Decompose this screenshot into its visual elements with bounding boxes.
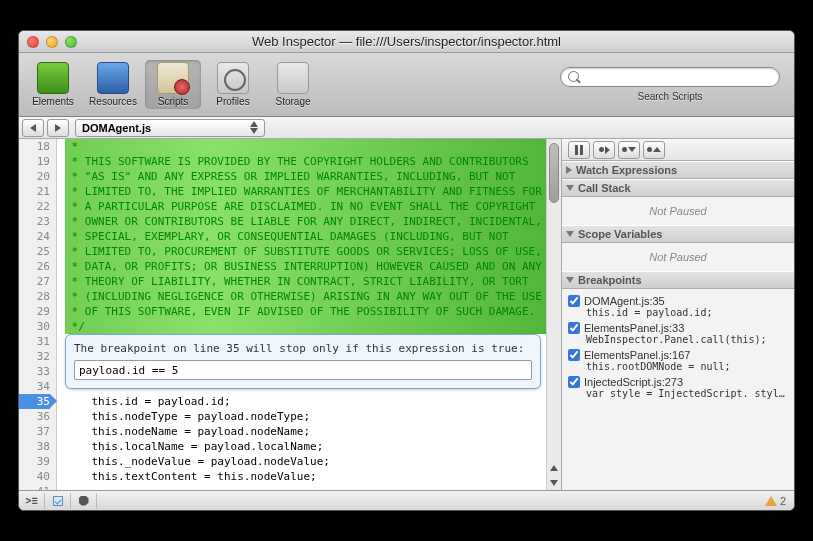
line-number[interactable]: 30 — [19, 319, 50, 334]
updown-icon — [250, 121, 258, 134]
line-number[interactable]: 28 — [19, 289, 50, 304]
vertical-scrollbar[interactable] — [546, 139, 561, 490]
line-number[interactable]: 39 — [19, 454, 50, 469]
section-breakpoints[interactable]: Breakpoints — [562, 271, 794, 289]
nav-back-button[interactable] — [22, 119, 44, 137]
code-line: * (INCLUDING NEGLIGENCE OR OTHERWISE) AR… — [65, 289, 561, 304]
breakpoint-item[interactable]: DOMAgent.js:35this.id = payload.id; — [562, 293, 794, 320]
breakpoint-location: ElementsPanel.js:33 — [584, 322, 684, 334]
breakpoint-checkbox[interactable] — [568, 322, 580, 334]
toolbar-items: Elements Resources Scripts Profiles Stor… — [25, 60, 321, 109]
breakpoint-checkbox[interactable] — [568, 295, 580, 307]
line-number[interactable]: 38 — [19, 439, 50, 454]
code-line: this._nodeValue = payload.nodeValue; — [65, 454, 561, 469]
breakpoint-checkbox[interactable] — [568, 376, 580, 388]
nav-forward-button[interactable] — [47, 119, 69, 137]
debugger-sidebar: Watch Expressions Call Stack Not Paused … — [562, 139, 794, 490]
main-area: 1819202122232425262728293031323334353637… — [19, 139, 794, 490]
code-line: * — [65, 139, 561, 154]
section-watch-expressions[interactable]: Watch Expressions — [562, 161, 794, 179]
zoom-button[interactable] — [65, 36, 77, 48]
condition-label: The breakpoint on line 35 will stop only… — [74, 341, 532, 356]
code-line — [65, 484, 561, 490]
line-number[interactable]: 18 — [19, 139, 50, 154]
tool-profiles[interactable]: Profiles — [205, 60, 261, 109]
tool-storage[interactable]: Storage — [265, 60, 321, 109]
step-into-button[interactable] — [618, 141, 640, 159]
pause-icon — [575, 145, 583, 155]
code-editor[interactable]: 1819202122232425262728293031323334353637… — [19, 139, 561, 490]
line-number[interactable]: 24 — [19, 229, 50, 244]
elements-icon — [37, 62, 69, 94]
disclosure-triangle-icon — [566, 185, 574, 191]
breakpoint-item[interactable]: ElementsPanel.js:33WebInspector.Panel.ca… — [562, 320, 794, 347]
section-scope-variables[interactable]: Scope Variables — [562, 225, 794, 243]
line-number[interactable]: 20 — [19, 169, 50, 184]
code-line: this.textContent = this.nodeValue; — [65, 469, 561, 484]
warning-icon — [765, 496, 777, 506]
breakpoint-item[interactable]: InjectedScript.js:273var style = Injecte… — [562, 374, 794, 401]
line-number[interactable]: 33 — [19, 364, 50, 379]
warning-indicator[interactable]: 2 — [765, 495, 786, 507]
code-line: * THIS SOFTWARE IS PROVIDED BY THE COPYR… — [65, 154, 561, 169]
scope-variables-status: Not Paused — [562, 247, 794, 267]
step-over-icon — [599, 146, 610, 154]
code-line: this.localName = payload.localName; — [65, 439, 561, 454]
breakpoint-checkbox[interactable] — [568, 349, 580, 361]
code-line: */ — [65, 319, 561, 334]
line-number[interactable]: 34 — [19, 379, 50, 394]
breakpoint-item[interactable]: ElementsPanel.js:167this.rootDOMNode = n… — [562, 347, 794, 374]
code-line: * OF THIS SOFTWARE, EVEN IF ADVISED OF T… — [65, 304, 561, 319]
breakpoints-toggle-button[interactable] — [45, 493, 71, 509]
line-number[interactable]: 21 — [19, 184, 50, 199]
window-title: Web Inspector — file:///Users/inspector/… — [19, 34, 794, 49]
line-number[interactable]: 23 — [19, 214, 50, 229]
code-line: * OWNER OR CONTRIBUTORS BE LIABLE FOR AN… — [65, 214, 561, 229]
step-out-button[interactable] — [643, 141, 665, 159]
condition-input[interactable] — [74, 360, 532, 380]
line-number[interactable]: 22 — [19, 199, 50, 214]
line-number[interactable]: 29 — [19, 304, 50, 319]
line-number[interactable]: 40 — [19, 469, 50, 484]
line-number[interactable]: 27 — [19, 274, 50, 289]
step-into-icon — [622, 147, 636, 152]
line-number[interactable]: 19 — [19, 154, 50, 169]
pause-on-exceptions-button[interactable] — [71, 493, 97, 509]
tool-scripts[interactable]: Scripts — [145, 60, 201, 109]
scrollbar-thumb[interactable] — [549, 143, 559, 203]
line-number[interactable]: 26 — [19, 259, 50, 274]
search-input[interactable] — [560, 67, 780, 87]
warning-count: 2 — [780, 495, 786, 507]
line-number[interactable]: 25 — [19, 244, 50, 259]
toolbar: Elements Resources Scripts Profiles Stor… — [19, 53, 794, 117]
line-number[interactable]: 37 — [19, 424, 50, 439]
line-number[interactable]: 36 — [19, 409, 50, 424]
code-line: this.id = payload.id; — [65, 394, 561, 409]
line-gutter[interactable]: 1819202122232425262728293031323334353637… — [19, 139, 57, 490]
line-number[interactable]: 41 — [19, 484, 50, 490]
step-over-button[interactable] — [593, 141, 615, 159]
status-bar: >≡ 2 — [19, 490, 794, 510]
scripts-subbar: DOMAgent.js — [19, 117, 794, 139]
step-out-icon — [647, 147, 661, 152]
section-call-stack[interactable]: Call Stack — [562, 179, 794, 197]
pause-button[interactable] — [568, 141, 590, 159]
code-line: * "AS IS" AND ANY EXPRESS OR IMPLIED WAR… — [65, 169, 561, 184]
file-selector[interactable]: DOMAgent.js — [75, 119, 265, 137]
code-line: this.nodeName = payload.nodeName; — [65, 424, 561, 439]
chevron-right-icon — [55, 124, 61, 132]
tool-elements[interactable]: Elements — [25, 60, 81, 109]
close-button[interactable] — [27, 36, 39, 48]
scripts-icon — [157, 62, 189, 94]
line-number[interactable]: 32 — [19, 349, 50, 364]
tool-resources[interactable]: Resources — [85, 60, 141, 109]
line-number[interactable]: 31 — [19, 334, 50, 349]
scroll-down-button[interactable] — [547, 475, 561, 490]
code-line: * LIMITED TO, PROCUREMENT OF SUBSTITUTE … — [65, 244, 561, 259]
line-number[interactable]: 35 — [19, 394, 50, 409]
scroll-up-button[interactable] — [547, 460, 561, 475]
minimize-button[interactable] — [46, 36, 58, 48]
code-line: * LIMITED TO, THE IMPLIED WARRANTIES OF … — [65, 184, 561, 199]
disclosure-triangle-icon — [566, 231, 574, 237]
console-toggle-button[interactable]: >≡ — [19, 493, 45, 509]
